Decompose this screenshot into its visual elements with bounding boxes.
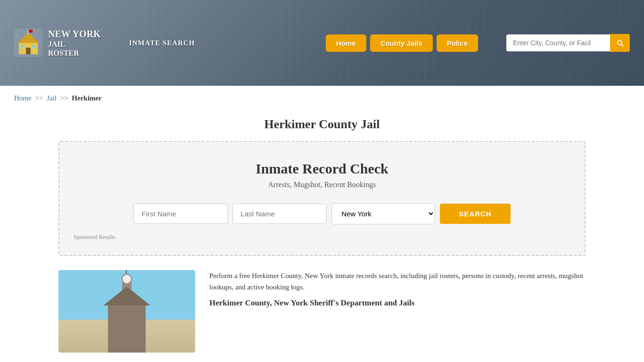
- logo-line2: JAIL: [48, 40, 101, 49]
- content-description: Perform a free Herkimer County, New York…: [209, 270, 586, 293]
- first-name-input[interactable]: [133, 204, 228, 224]
- flag: [126, 270, 127, 273]
- svg-rect-6: [28, 30, 29, 34]
- content-subheading: Herkimer County, New York Sheriff's Depa…: [209, 298, 586, 308]
- nav-police-button[interactable]: Police: [437, 34, 478, 52]
- breadcrumb-sep1: >>: [35, 94, 43, 102]
- breadcrumb-sep2: >>: [60, 94, 68, 102]
- svg-rect-7: [29, 30, 33, 33]
- header-search-input[interactable]: [506, 34, 610, 51]
- content-area: Perform a free Herkimer County, New York…: [0, 270, 644, 362]
- main-nav: Home County Jails Police: [326, 34, 478, 52]
- svg-rect-3: [26, 48, 31, 54]
- search-icon: [616, 39, 624, 47]
- header-search-area: [506, 34, 630, 52]
- header-content: NEW YORK JAIL ROSTER INMATE SEARCH Home …: [0, 28, 644, 58]
- breadcrumb-home-link[interactable]: Home: [14, 94, 32, 102]
- page-title-area: Herkimer County Jail: [0, 111, 644, 141]
- logo-text: NEW YORK JAIL ROSTER: [48, 28, 101, 58]
- state-select[interactable]: AlabamaAlaskaArizonaArkansasCaliforniaCo…: [331, 203, 435, 224]
- nav-county-jails-button[interactable]: County Jails: [370, 34, 433, 52]
- breadcrumb-jail-link[interactable]: Jail: [47, 94, 57, 102]
- nav-home-button[interactable]: Home: [326, 34, 366, 52]
- content-image: [58, 270, 195, 353]
- content-text: Perform a free Herkimer County, New York…: [209, 270, 586, 308]
- site-logo-icon: [14, 29, 42, 57]
- logo-area: NEW YORK JAIL ROSTER: [14, 28, 101, 58]
- record-check-subtitle: Arrests, Mugshot, Recent Bookings: [74, 181, 570, 189]
- record-check-section: Inmate Record Check Arrests, Mugshot, Re…: [58, 141, 586, 256]
- record-search-button[interactable]: SEARCH: [440, 204, 510, 224]
- record-check-title: Inmate Record Check: [74, 161, 570, 177]
- breadcrumb: Home >> Jail >> Herkimer: [0, 86, 644, 111]
- last-name-input[interactable]: [232, 204, 327, 224]
- svg-rect-4: [21, 45, 25, 49]
- svg-rect-5: [32, 45, 36, 49]
- sponsored-label: Sponsored Results: [74, 234, 570, 241]
- inmate-search-label: INMATE SEARCH: [129, 39, 195, 47]
- breadcrumb-current: Herkimer: [72, 94, 101, 102]
- page-title: Herkimer County Jail: [0, 117, 644, 132]
- header-search-button[interactable]: [610, 34, 630, 52]
- logo-line3: ROSTER: [48, 49, 101, 58]
- site-header: NEW YORK JAIL ROSTER INMATE SEARCH Home …: [0, 0, 644, 86]
- logo-line1: NEW YORK: [48, 28, 101, 40]
- clock-face: [122, 274, 132, 284]
- search-form-row: AlabamaAlaskaArizonaArkansasCaliforniaCo…: [74, 203, 570, 224]
